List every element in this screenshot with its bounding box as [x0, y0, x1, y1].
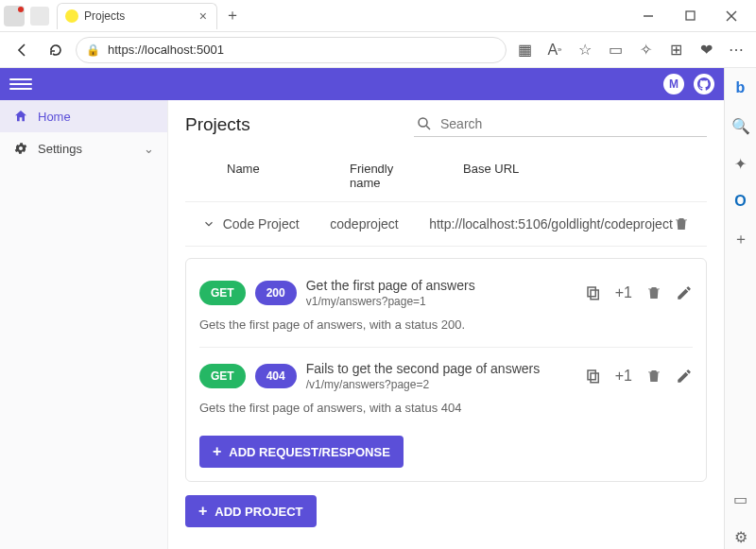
- add-sidebar-icon[interactable]: ＋: [729, 227, 753, 251]
- appbar: M: [0, 68, 724, 100]
- search-input[interactable]: [440, 116, 705, 131]
- svg-point-4: [419, 118, 427, 127]
- method-pill: GET: [199, 281, 246, 305]
- favorites-bar-icon[interactable]: ✧: [633, 38, 658, 62]
- col-friendly-name: Friendly name: [350, 162, 463, 190]
- cell-friendly-name: codeproject: [330, 216, 429, 232]
- status-pill: 200: [255, 281, 297, 305]
- svg-line-5: [426, 126, 430, 129]
- trash-icon: [645, 368, 662, 385]
- chevron-down-icon: [202, 217, 215, 231]
- sidenav: Home Settings ⌄: [0, 100, 168, 549]
- projects-table: Name Friendly name Base URL Code Project…: [185, 162, 707, 482]
- sidebar-item-settings[interactable]: Settings ⌄: [0, 132, 167, 164]
- close-tab-icon[interactable]: ×: [199, 9, 207, 24]
- workspaces-icon[interactable]: [30, 7, 49, 26]
- add-request-response-button[interactable]: + ADD REQUEST/RESPONSE: [199, 436, 404, 468]
- url-field[interactable]: 🔒 https://localhost:5001: [76, 37, 507, 63]
- url-text: https://localhost:5001: [108, 43, 224, 57]
- chevron-down-icon: ⌄: [144, 142, 154, 156]
- new-tab-button[interactable]: ＋: [221, 5, 244, 27]
- profile-icon[interactable]: [4, 6, 25, 26]
- method-pill: GET: [199, 364, 246, 388]
- outlook-icon[interactable]: O: [729, 189, 753, 214]
- button-label: ADD PROJECT: [215, 505, 302, 519]
- copy-button[interactable]: [585, 284, 602, 301]
- github-icon[interactable]: [694, 74, 714, 94]
- add-project-button[interactable]: + ADD PROJECT: [185, 495, 317, 527]
- reader-icon[interactable]: ▭: [603, 38, 627, 62]
- list-item: GET 200 Get the first page of answers v1…: [199, 270, 693, 341]
- svg-rect-7: [588, 287, 595, 297]
- browser-tab[interactable]: Projects ×: [57, 3, 217, 29]
- close-window-button[interactable]: [714, 3, 748, 29]
- pencil-icon: [676, 368, 693, 385]
- copy-icon: [585, 284, 602, 301]
- pencil-icon: [676, 284, 693, 301]
- col-base-url: Base URL: [463, 162, 697, 190]
- delete-project-button[interactable]: [673, 215, 697, 232]
- svg-rect-1: [686, 11, 695, 20]
- favorite-icon[interactable]: ☆: [573, 38, 597, 62]
- back-button[interactable]: [8, 36, 36, 64]
- read-aloud-icon[interactable]: A»: [542, 38, 567, 62]
- bulb-icon: [65, 9, 78, 23]
- more-icon[interactable]: ⋯: [724, 38, 748, 62]
- gear-icon: [13, 141, 28, 156]
- edit-button[interactable]: [676, 284, 693, 301]
- status-pill: 404: [255, 364, 297, 388]
- rr-title: Get the first page of answers: [306, 278, 475, 293]
- maximize-button[interactable]: [673, 3, 707, 29]
- copy-icon: [585, 368, 602, 385]
- tab-title: Projects: [84, 9, 125, 23]
- refresh-button[interactable]: [42, 36, 70, 64]
- trash-icon: [645, 284, 662, 301]
- copy-button[interactable]: [585, 368, 602, 385]
- sidebar-item-home[interactable]: Home: [0, 100, 167, 132]
- sidebar-toggle-icon[interactable]: ▭: [729, 487, 753, 511]
- bing-icon[interactable]: b: [729, 76, 753, 100]
- app-viewport: M Home Settings ⌄ Projects: [0, 68, 724, 549]
- brand-logo[interactable]: M: [663, 74, 684, 94]
- collections-icon[interactable]: ❤: [694, 38, 718, 62]
- plus-icon: +: [198, 504, 207, 519]
- expand-toggle[interactable]: [195, 217, 223, 231]
- search-icon: [416, 115, 433, 132]
- browser-titlebar: Projects × ＋: [0, 0, 756, 32]
- increment-button[interactable]: +1: [615, 284, 632, 301]
- svg-rect-6: [591, 290, 598, 300]
- page-title: Projects: [185, 114, 250, 135]
- svg-rect-8: [591, 373, 598, 383]
- browser-addressbar: 🔒 https://localhost:5001 ▦ A» ☆ ▭ ✧ ⊞ ❤ …: [0, 32, 756, 68]
- svg-rect-9: [588, 370, 595, 380]
- col-name: Name: [227, 162, 350, 190]
- rr-path: /v1/my/answers?page=2: [306, 378, 540, 391]
- trash-icon: [673, 215, 690, 232]
- settings-sidebar-icon[interactable]: ⚙: [729, 524, 753, 549]
- sidebar-item-label: Settings: [38, 142, 82, 156]
- increment-button[interactable]: +1: [615, 368, 632, 385]
- home-icon: [13, 109, 28, 124]
- delete-button[interactable]: [645, 368, 662, 385]
- delete-button[interactable]: [645, 284, 662, 301]
- copilot-icon[interactable]: ✦: [729, 151, 753, 176]
- rr-title: Fails to get the second page of answers: [306, 361, 540, 376]
- minimize-button[interactable]: [631, 3, 665, 29]
- list-item: GET 404 Fails to get the second page of …: [199, 353, 693, 424]
- divider: [199, 347, 693, 348]
- rr-path: v1/my/answers?page=1: [306, 295, 475, 308]
- main-content: Projects Name Friendly name Base URL: [168, 100, 724, 549]
- extensions-icon[interactable]: ⊞: [663, 38, 688, 62]
- lock-icon: 🔒: [86, 43, 100, 57]
- rr-description: Gets the first page of answers, with a s…: [199, 317, 693, 332]
- edit-button[interactable]: [676, 368, 693, 385]
- button-label: ADD REQUEST/RESPONSE: [229, 445, 389, 459]
- search-sidebar-icon[interactable]: 🔍: [729, 113, 753, 138]
- rr-description: Gets the first page of answers, with a s…: [199, 401, 693, 415]
- qr-icon[interactable]: ▦: [512, 38, 537, 62]
- request-response-list: GET 200 Get the first page of answers v1…: [185, 258, 707, 482]
- menu-button[interactable]: [9, 73, 32, 95]
- search-field[interactable]: [414, 112, 707, 137]
- table-row: Code Project codeproject http://localhos…: [185, 202, 707, 247]
- cell-name: Code Project: [223, 216, 331, 232]
